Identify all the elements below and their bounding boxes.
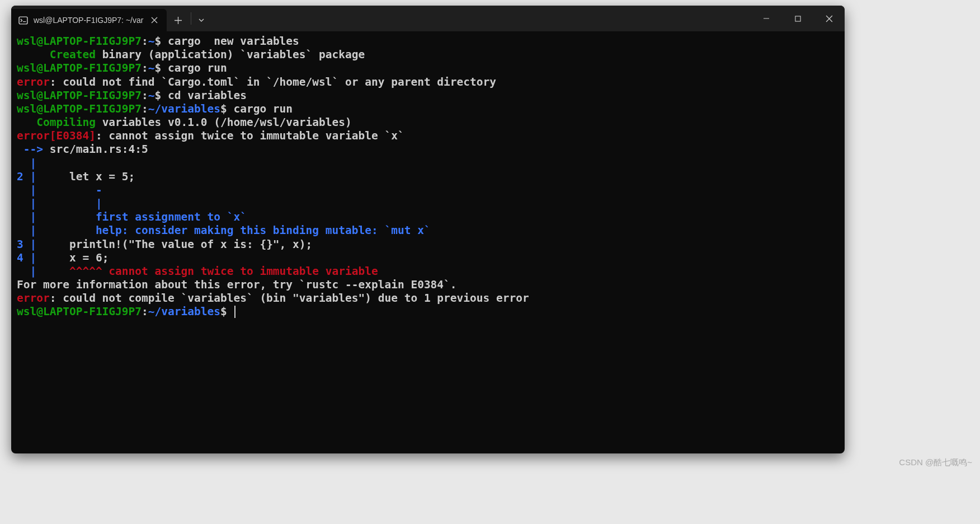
terminal-line: --> src/main.rs:4:5 [17,143,839,156]
tab-title: wsl@LAPTOP-F1IGJ9P7: ~/var [34,16,143,25]
terminal-text: ~ [148,35,155,48]
svg-rect-0 [19,17,27,24]
svg-rect-1 [795,16,800,21]
terminal-line: wsl@LAPTOP-F1IGJ9P7:~$ cargo new variabl… [17,35,839,48]
terminal-line: wsl@LAPTOP-F1IGJ9P7:~/variables$ [17,305,839,319]
terminal-text: | [17,157,36,170]
terminal-text: ~ [148,62,155,74]
terminal-text: ~ [148,89,155,102]
terminal-line: Compiling variables v0.1.0 (/home/wsl/va… [17,116,839,129]
terminal-text: Created [17,48,96,61]
close-tab-button[interactable] [149,15,160,26]
terminal-text: $ cd variables [155,89,247,102]
terminal-text: x = 6; [36,251,109,264]
titlebar-drag-area[interactable] [210,6,751,31]
terminal-line: 4 | x = 6; [17,251,839,265]
terminal-text: ~/variables [148,102,220,115]
terminal-text: println!("The value of x is: {}", x); [36,238,312,251]
watermark: CSDN @酷七嘅鸣~ [899,457,972,468]
terminal-text: | [17,265,36,278]
cursor [234,306,235,318]
titlebar: wsl@LAPTOP-F1IGJ9P7: ~/var [11,6,845,31]
terminal-line: 2 | let x = 5; [17,170,839,184]
terminal-text: For more information about this error, t… [17,278,457,291]
terminal-line: wsl@LAPTOP-F1IGJ9P7:~$ cargo run [17,62,839,75]
terminal-line: | | [17,197,839,210]
minimize-button[interactable] [751,6,782,31]
terminal-text: src/main.rs:4:5 [43,143,148,156]
terminal-text: binary (application) `variables` package [96,48,365,61]
terminal-text: let x = 5; [36,170,135,183]
terminal-text: wsl@LAPTOP-F1IGJ9P7 [17,62,142,74]
terminal-text: | first assignment to `x` [17,210,247,223]
terminal-text: wsl@LAPTOP-F1IGJ9P7 [17,35,142,48]
terminal-text: : could not compile `variables` (bin "va… [50,292,529,305]
terminal-text: 3 | [17,238,36,251]
terminal-text: error [17,292,50,305]
terminal-text: : cannot assign twice to immutable varia… [96,129,404,142]
terminal-text: ^^^^^ cannot assign twice to immutable v… [36,265,378,278]
terminal-text: error [17,76,50,88]
terminal-line: | ^^^^^ cannot assign twice to immutable… [17,265,839,278]
terminal-text: $ cargo run [155,62,227,74]
terminal-line: error: could not compile `variables` (bi… [17,292,839,305]
terminal-text: 2 | [17,170,36,183]
terminal-line: Created binary (application) `variables`… [17,48,839,62]
terminal-text: | - [17,184,102,196]
terminal-text: variables v0.1.0 (/home/wsl/variables) [96,116,352,129]
new-tab-button[interactable] [167,9,190,31]
terminal-text: : [142,89,148,102]
terminal-text: $ cargo run [220,102,293,115]
terminal-text: wsl@LAPTOP-F1IGJ9P7 [17,89,142,102]
terminal-output[interactable]: wsl@LAPTOP-F1IGJ9P7:~$ cargo new variabl… [11,31,845,453]
terminal-text: : could not find `Cargo.toml` in `/home/… [50,76,496,88]
terminal-text: : [142,102,148,115]
terminal-text: : [142,305,148,318]
terminal-text: $ cargo new variables [155,35,299,48]
terminal-text: --> [17,143,43,156]
terminal-line: wsl@LAPTOP-F1IGJ9P7:~/variables$ cargo r… [17,102,839,116]
divider [191,12,191,25]
terminal-text: : [142,62,148,74]
terminal-line: For more information about this error, t… [17,278,839,292]
terminal-line: | [17,157,839,170]
terminal-text: $ [220,305,233,318]
close-window-button[interactable] [813,6,845,31]
terminal-text: wsl@LAPTOP-F1IGJ9P7 [17,305,142,318]
terminal-window: wsl@LAPTOP-F1IGJ9P7: ~/var [11,6,845,453]
terminal-line: 3 | println!("The value of x is: {}", x)… [17,238,839,251]
terminal-line: error: could not find `Cargo.toml` in `/… [17,76,839,89]
terminal-line: error[E0384]: cannot assign twice to imm… [17,129,839,143]
terminal-text: ~/variables [148,305,220,318]
terminal-tab[interactable]: wsl@LAPTOP-F1IGJ9P7: ~/var [11,9,167,31]
terminal-line: | first assignment to `x` [17,210,839,224]
tab-dropdown-button[interactable] [192,9,210,31]
terminal-text: | help: consider making this binding mut… [17,224,431,237]
terminal-text: wsl@LAPTOP-F1IGJ9P7 [17,102,142,115]
terminal-line: | help: consider making this binding mut… [17,224,839,237]
terminal-line: | - [17,184,839,197]
terminal-text: : [142,35,148,48]
maximize-button[interactable] [782,6,813,31]
terminal-line: wsl@LAPTOP-F1IGJ9P7:~$ cd variables [17,89,839,102]
terminal-text: Compiling [17,116,96,129]
terminal-text: error[E0384] [17,129,96,142]
terminal-text: | | [17,197,102,210]
terminal-text: 4 | [17,251,36,264]
terminal-icon [18,15,28,25]
window-controls [751,6,845,31]
